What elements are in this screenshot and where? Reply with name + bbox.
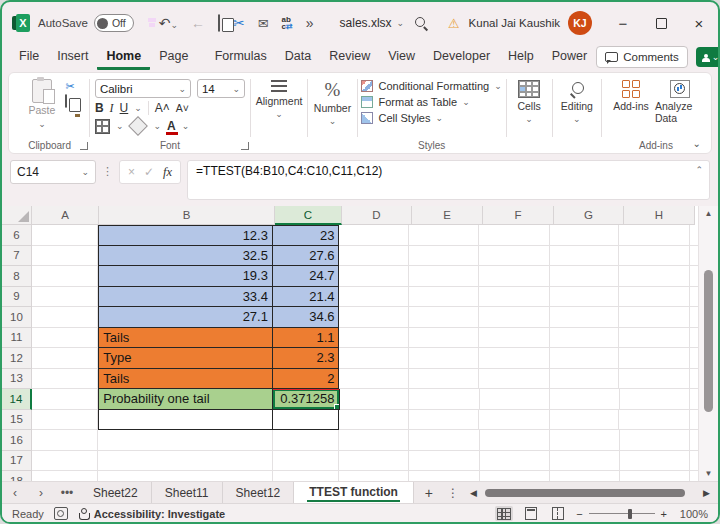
zoom-in-icon[interactable]: + bbox=[661, 508, 667, 520]
cell-F10[interactable] bbox=[479, 307, 550, 328]
cell-F18[interactable] bbox=[480, 471, 551, 481]
cell-F9[interactable] bbox=[479, 287, 550, 308]
cell-C10[interactable]: 34.6 bbox=[273, 307, 340, 328]
cell-F12[interactable] bbox=[479, 348, 550, 369]
cell-A17[interactable] bbox=[32, 451, 99, 472]
cell-G11[interactable] bbox=[550, 328, 620, 349]
cell-A16[interactable] bbox=[32, 430, 99, 451]
column-header-D[interactable]: D bbox=[342, 206, 412, 225]
cell-B14[interactable]: Probability one tail bbox=[98, 389, 273, 410]
row-header-10[interactable]: 10 bbox=[2, 307, 32, 328]
cell-G6[interactable] bbox=[550, 225, 620, 246]
cell-C11[interactable]: 1.1 bbox=[273, 328, 340, 349]
cell-G12[interactable] bbox=[550, 348, 620, 369]
font-size-select[interactable]: 14 ⌄ bbox=[197, 79, 245, 98]
share-button[interactable]: ⌄ bbox=[696, 47, 720, 67]
cell-F15[interactable] bbox=[479, 410, 550, 431]
cell-G10[interactable] bbox=[550, 307, 620, 328]
fill-color-button[interactable] bbox=[129, 116, 149, 136]
cell-E18[interactable] bbox=[409, 471, 480, 481]
cell-E12[interactable] bbox=[409, 348, 480, 369]
vertical-scroll-thumb[interactable] bbox=[704, 270, 713, 412]
ribbon-tab-data[interactable]: Data bbox=[276, 44, 320, 70]
cell-E16[interactable] bbox=[409, 430, 480, 451]
cell-H11[interactable] bbox=[619, 328, 690, 349]
file-name-menu[interactable]: sales.xlsx ⌄ bbox=[340, 16, 405, 30]
copy-button[interactable] bbox=[218, 16, 220, 30]
horizontal-scroll-thumb[interactable] bbox=[485, 489, 685, 497]
row-header-7[interactable]: 7 bbox=[2, 246, 32, 267]
italic-button[interactable]: I bbox=[110, 101, 114, 115]
cell-F6[interactable] bbox=[479, 225, 550, 246]
row-header-16[interactable]: 16 bbox=[2, 430, 32, 451]
sheet-nav-more-icon[interactable]: ••• bbox=[54, 482, 80, 504]
cell-A18[interactable] bbox=[32, 471, 99, 481]
row-header-8[interactable]: 8 bbox=[2, 266, 32, 287]
sheet-nav-left-icon[interactable]: ‹ bbox=[2, 482, 28, 504]
sheet-nav-right-icon[interactable]: › bbox=[28, 482, 54, 504]
cell-D18[interactable] bbox=[339, 471, 409, 481]
bold-button[interactable]: B bbox=[95, 101, 104, 115]
cell-C13[interactable]: 2 bbox=[273, 369, 340, 390]
cell-F11[interactable] bbox=[479, 328, 550, 349]
increase-font-button[interactable]: A˄ bbox=[155, 101, 170, 115]
macro-record-icon[interactable] bbox=[54, 507, 68, 520]
user-name[interactable]: Kunal Jai Kaushik bbox=[469, 17, 560, 29]
cell-G9[interactable] bbox=[550, 287, 620, 308]
cell-E11[interactable] bbox=[409, 328, 480, 349]
zoom-slider[interactable] bbox=[589, 513, 655, 515]
column-header-C[interactable]: C bbox=[275, 206, 342, 225]
minimize-button[interactable]: − bbox=[604, 2, 642, 44]
borders-chevron-icon[interactable]: ⌄ bbox=[116, 121, 124, 131]
ribbon-tab-review[interactable]: Review bbox=[320, 44, 379, 70]
scroll-up-icon[interactable]: ▲ bbox=[699, 209, 718, 218]
zoom-out-icon[interactable]: − bbox=[576, 508, 582, 520]
addins-button[interactable]: Add-ins bbox=[607, 78, 655, 112]
page-layout-view-button[interactable] bbox=[522, 506, 540, 521]
ribbon-tab-page-layout[interactable]: Page Layout bbox=[150, 44, 206, 70]
cell-F7[interactable] bbox=[479, 246, 550, 267]
clipboard-dialog-launcher[interactable] bbox=[80, 142, 88, 150]
zoom-slider-handle[interactable] bbox=[628, 509, 632, 519]
cell-H7[interactable] bbox=[619, 246, 690, 267]
row-header-12[interactable]: 12 bbox=[2, 348, 32, 369]
email-button[interactable]: ✉ bbox=[258, 17, 269, 30]
enter-icon[interactable]: ✓ bbox=[144, 165, 154, 179]
cell-D16[interactable] bbox=[339, 430, 409, 451]
cell-H8[interactable] bbox=[619, 266, 690, 287]
underline-button[interactable]: U bbox=[120, 101, 129, 115]
sheet-tab-sheet11[interactable]: Sheet11 bbox=[152, 482, 223, 504]
scroll-down-icon[interactable]: ▼ bbox=[699, 469, 718, 478]
cell-H15[interactable] bbox=[619, 410, 690, 431]
cell-B7[interactable]: 32.5 bbox=[98, 246, 273, 267]
column-header-G[interactable]: G bbox=[554, 206, 624, 225]
column-header-F[interactable]: F bbox=[483, 206, 554, 225]
cell-D9[interactable] bbox=[339, 287, 409, 308]
cell-H17[interactable] bbox=[620, 451, 691, 472]
cell-G8[interactable] bbox=[550, 266, 620, 287]
cell-H9[interactable] bbox=[619, 287, 690, 308]
conditional-formatting-button[interactable]: Conditional Formatting ⌄ bbox=[361, 80, 501, 92]
copy-small-button[interactable] bbox=[65, 95, 74, 107]
avatar[interactable]: KJ bbox=[568, 11, 592, 35]
column-header-A[interactable]: A bbox=[32, 206, 99, 225]
cell-F8[interactable] bbox=[479, 266, 550, 287]
scroll-right-icon[interactable]: ▶ bbox=[703, 488, 710, 498]
ribbon-tab-view[interactable]: View bbox=[379, 44, 424, 70]
sheet-tab-ttest-function[interactable]: TTEST function bbox=[294, 482, 414, 504]
cell-G17[interactable] bbox=[550, 451, 620, 472]
cell-E15[interactable] bbox=[409, 410, 480, 431]
fill-color-chevron-icon[interactable]: ⌄ bbox=[153, 121, 161, 131]
cell-D10[interactable] bbox=[339, 307, 409, 328]
undo-button[interactable]: ↶⌄ bbox=[159, 16, 178, 30]
cell-E10[interactable] bbox=[409, 307, 480, 328]
cell-C12[interactable]: 2.3 bbox=[273, 348, 340, 369]
cell-D17[interactable] bbox=[339, 451, 409, 472]
row-header-9[interactable]: 9 bbox=[2, 287, 32, 308]
cell-B6[interactable]: 12.3 bbox=[98, 225, 273, 246]
ribbon-tab-help[interactable]: Help bbox=[499, 44, 543, 70]
normal-view-button[interactable] bbox=[495, 506, 513, 521]
row-header-14[interactable]: 14 bbox=[2, 389, 32, 410]
warning-icon[interactable]: ⚠ bbox=[448, 16, 460, 31]
horizontal-scroll-track[interactable] bbox=[481, 488, 699, 498]
